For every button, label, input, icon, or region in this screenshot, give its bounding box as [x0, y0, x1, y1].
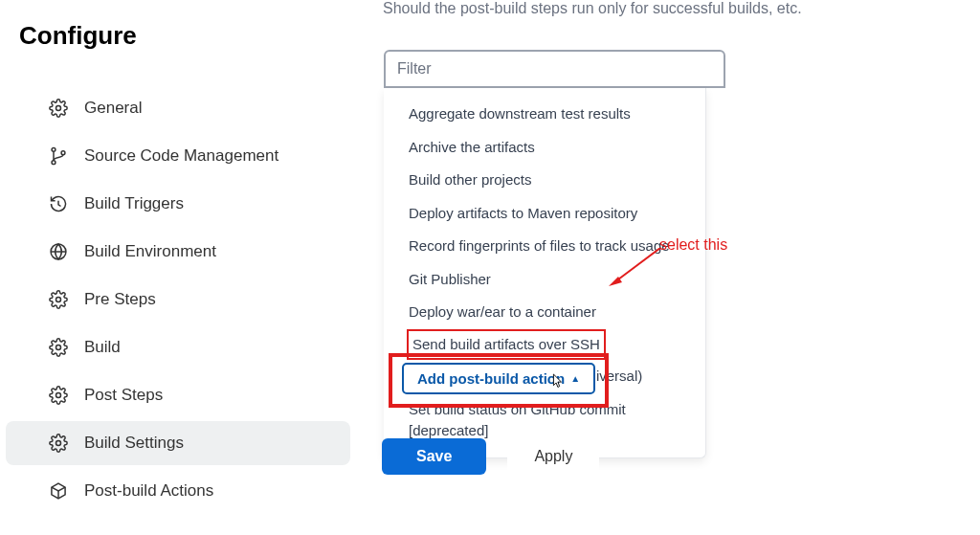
sidebar-item-label: Build Settings — [84, 434, 184, 453]
filter-input[interactable] — [384, 50, 725, 88]
git-branch-icon — [48, 145, 69, 167]
clock-history-icon — [48, 193, 69, 214]
sidebar-item-pre-steps[interactable]: Pre Steps — [6, 278, 350, 322]
dropdown-item[interactable]: Record fingerprints of files to track us… — [384, 230, 705, 263]
sidebar-item-label: Build Environment — [84, 242, 216, 261]
gear-icon — [48, 289, 69, 310]
save-button[interactable]: Save — [382, 438, 486, 475]
svg-point-8 — [56, 441, 61, 446]
sidebar-item-label: Post Steps — [84, 386, 163, 405]
page-title: Configure — [19, 21, 137, 51]
svg-point-0 — [56, 106, 61, 111]
sidebar: General Source Code Management Build Tri… — [6, 86, 350, 517]
svg-point-3 — [61, 151, 65, 155]
gear-icon — [48, 98, 69, 119]
sidebar-item-post-steps[interactable]: Post Steps — [6, 373, 350, 417]
svg-point-6 — [56, 346, 61, 350]
svg-point-1 — [52, 147, 56, 151]
dropdown-item[interactable]: Deploy war/ear to a container — [384, 296, 705, 329]
add-post-build-action-button[interactable]: Add post-build action ▲ — [402, 363, 595, 394]
caret-up-icon: ▲ — [570, 373, 580, 384]
sidebar-item-label: Source Code Management — [84, 146, 278, 166]
annotation-text: select this — [659, 236, 727, 254]
svg-point-2 — [52, 161, 56, 165]
button-row: Save Apply — [382, 438, 599, 475]
sidebar-item-source-code-management[interactable]: Source Code Management — [6, 134, 350, 178]
gear-icon — [48, 337, 69, 358]
sidebar-item-build-settings[interactable]: Build Settings — [6, 421, 350, 465]
sidebar-item-label: Post-build Actions — [84, 481, 213, 501]
sidebar-item-general[interactable]: General — [6, 86, 350, 130]
gear-icon — [48, 385, 69, 406]
sidebar-item-build-triggers[interactable]: Build Triggers — [6, 182, 350, 226]
svg-point-7 — [56, 393, 61, 398]
sidebar-item-build-environment[interactable]: Build Environment — [6, 230, 350, 274]
package-icon — [48, 480, 69, 502]
apply-button[interactable]: Apply — [507, 438, 599, 475]
add-action-highlight: Add post-build action ▲ — [389, 353, 609, 408]
gear-icon — [48, 433, 69, 454]
sidebar-item-label: General — [84, 99, 142, 118]
sidebar-item-build[interactable]: Build — [6, 325, 350, 369]
sidebar-item-label: Pre Steps — [84, 290, 156, 309]
globe-icon — [48, 241, 69, 262]
dropdown-item[interactable]: Git Publisher — [384, 263, 705, 297]
dropdown-item[interactable]: Build other projects — [384, 164, 705, 197]
dropdown-item[interactable]: Archive the artifacts — [384, 131, 705, 165]
sidebar-item-label: Build — [84, 338, 121, 357]
sidebar-item-post-build-actions[interactable]: Post-build Actions — [6, 469, 350, 513]
sidebar-item-label: Build Triggers — [84, 194, 184, 213]
svg-point-5 — [56, 298, 61, 302]
button-label: Add post-build action — [417, 370, 565, 387]
dropdown-item[interactable]: Deploy artifacts to Maven repository — [384, 197, 705, 231]
hint-text: Should the post-build steps run only for… — [383, 0, 802, 17]
dropdown-item[interactable]: Aggregate downstream test results — [384, 98, 705, 131]
